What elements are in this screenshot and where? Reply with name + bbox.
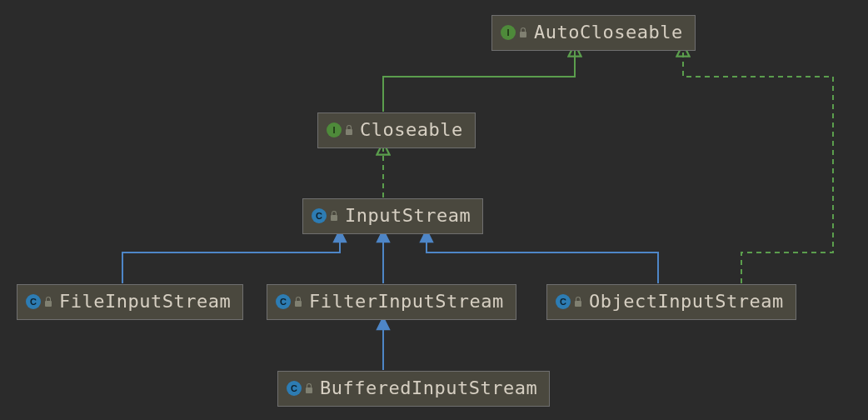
class-icon: C xyxy=(276,294,291,309)
node-label: ObjectInputStream xyxy=(589,290,784,314)
node-inputstream[interactable]: C InputStream xyxy=(302,198,483,234)
lock-icon xyxy=(305,383,313,393)
interface-icon: I xyxy=(501,25,516,40)
lock-icon xyxy=(44,297,52,307)
class-icon: C xyxy=(556,294,571,309)
class-icon: C xyxy=(287,381,302,396)
node-bufferedinputstream[interactable]: C BufferedInputStream xyxy=(277,371,550,407)
node-label: AutoCloseable xyxy=(534,21,683,45)
node-filterinputstream[interactable]: C FilterInputStream xyxy=(267,284,516,320)
lock-icon xyxy=(574,297,582,307)
node-objectinputstream[interactable]: C ObjectInputStream xyxy=(546,284,796,320)
node-label: FileInputStream xyxy=(59,290,231,314)
lock-icon xyxy=(294,297,302,307)
abstract-class-icon: C xyxy=(312,208,327,223)
node-label: Closeable xyxy=(360,118,463,142)
lock-icon xyxy=(519,28,527,38)
lock-icon xyxy=(330,211,338,221)
class-icon: C xyxy=(26,294,41,309)
node-closeable[interactable]: I Closeable xyxy=(317,112,476,148)
node-label: BufferedInputStream xyxy=(320,377,537,401)
node-label: FilterInputStream xyxy=(309,290,504,314)
lock-icon xyxy=(345,125,353,135)
interface-icon: I xyxy=(327,122,342,138)
node-fileinputstream[interactable]: C FileInputStream xyxy=(17,284,243,320)
node-label: InputStream xyxy=(345,204,471,228)
node-autocloseable[interactable]: I AutoCloseable xyxy=(491,15,696,51)
